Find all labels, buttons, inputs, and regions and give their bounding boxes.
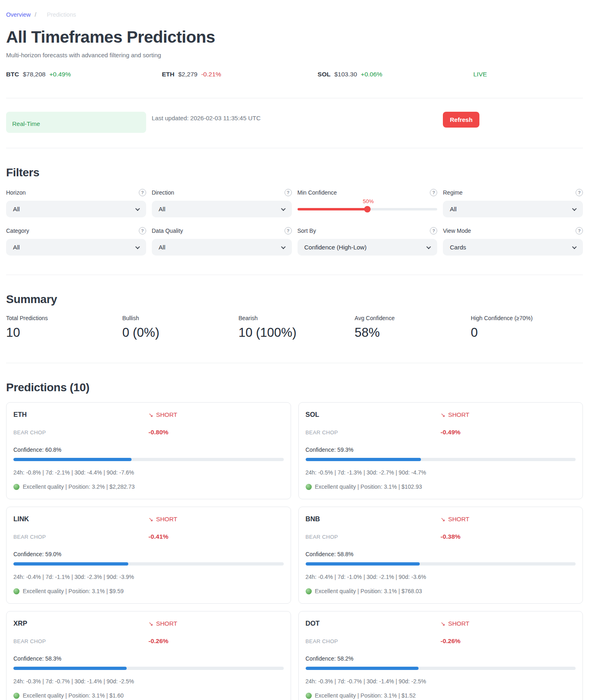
- help-icon[interactable]: ?: [285, 189, 292, 196]
- ticker-symbol: BTC: [6, 71, 19, 78]
- down-right-arrow-icon: ↘: [440, 412, 445, 418]
- page-title: All Timeframes Predictions: [6, 28, 583, 47]
- filter-horizon: Horizon ? All: [6, 189, 146, 217]
- stat-label: Bearish: [238, 315, 350, 321]
- confidence-label: Confidence: 58.3%: [13, 655, 284, 662]
- filter-data-quality: Data Quality ? All: [152, 227, 292, 256]
- divider: [6, 98, 583, 98]
- filter-label: Data Quality: [152, 228, 183, 234]
- min-confidence-slider[interactable]: 50%: [298, 201, 438, 217]
- help-icon[interactable]: ?: [430, 227, 437, 234]
- filter-sort-by: Sort By ? Confidence (High-Low): [298, 227, 438, 256]
- stat-bullish: Bullish 0 (0%): [122, 315, 234, 340]
- view-mode-select[interactable]: Cards: [443, 239, 583, 256]
- select-value: All: [13, 244, 20, 251]
- quality-row: Excellent quality | Position: 3.1% | $76…: [306, 588, 576, 594]
- direction-select[interactable]: All: [152, 201, 292, 217]
- ticker-price: $2,279: [178, 71, 197, 78]
- stat-value: 10: [6, 325, 118, 340]
- green-circle-icon: [306, 693, 312, 699]
- stat-label: Avg Confidence: [355, 315, 467, 321]
- direction-badge: ↘SHORT: [440, 620, 576, 627]
- chevron-down-icon: [281, 206, 285, 210]
- prediction-card-sol: SOL ↘SHORT BEAR CHOP -0.49% Confidence: …: [298, 402, 583, 499]
- select-value: Confidence (High-Low): [304, 244, 367, 251]
- stat-value: 0: [471, 325, 583, 340]
- confidence-label: Confidence: 58.8%: [306, 551, 576, 557]
- confidence-bar: [306, 667, 576, 670]
- ticker-sol: SOL $103.30 +0.06%: [317, 71, 473, 78]
- regime-label: BEAR CHOP: [13, 534, 149, 540]
- status-bar: Real-Time Last updated: 2026-02-03 11:35…: [6, 112, 583, 133]
- ticker-price: $103.30: [334, 71, 357, 78]
- filter-label: Regime: [443, 189, 462, 196]
- predictions-title: Predictions (10): [6, 381, 583, 394]
- prediction-card-bnb: BNB ↘SHORT BEAR CHOP -0.38% Confidence: …: [298, 507, 583, 604]
- predicted-change: -0.26%: [149, 637, 284, 645]
- direction-badge: ↘SHORT: [440, 516, 576, 522]
- help-icon[interactable]: ?: [139, 227, 146, 234]
- stat-label: High Confidence (≥70%): [471, 315, 583, 321]
- predicted-change: -0.41%: [149, 533, 284, 540]
- help-icon[interactable]: ?: [576, 189, 583, 196]
- stat-label: Bullish: [122, 315, 234, 321]
- chevron-down-icon: [281, 244, 285, 249]
- card-symbol: XRP: [13, 620, 149, 627]
- prediction-card-eth: ETH ↘SHORT BEAR CHOP -0.80% Confidence: …: [6, 402, 291, 499]
- category-select[interactable]: All: [6, 239, 146, 256]
- breadcrumb-current: Predictions: [47, 11, 76, 18]
- chevron-down-icon: [135, 206, 140, 210]
- slider-fill: 50%: [298, 208, 367, 210]
- direction-label: SHORT: [156, 411, 177, 418]
- chevron-down-icon: [135, 244, 140, 249]
- down-right-arrow-icon: ↘: [149, 412, 153, 418]
- filter-label: Category: [6, 228, 29, 234]
- refresh-button[interactable]: Refresh: [443, 112, 479, 128]
- realtime-badge: Real-Time: [6, 112, 146, 133]
- ticker-symbol: SOL: [317, 71, 330, 78]
- help-icon[interactable]: ?: [430, 189, 437, 196]
- confidence-bar-fill: [13, 667, 127, 670]
- green-circle-icon: [306, 484, 312, 490]
- quality-row: Excellent quality | Position: 3.1% | $1.…: [13, 692, 284, 699]
- green-circle-icon: [13, 693, 19, 699]
- direction-label: SHORT: [448, 620, 469, 627]
- prediction-card-dot: DOT ↘SHORT BEAR CHOP -0.26% Confidence: …: [298, 611, 583, 700]
- timeframe-returns: 24h: -0.5% | 7d: -1.3% | 30d: -2.7% | 90…: [306, 469, 576, 476]
- breadcrumb-overview-link[interactable]: Overview: [6, 11, 30, 18]
- green-circle-icon: [13, 484, 19, 490]
- quality-row: Excellent quality | Position: 3.1% | $9.…: [13, 588, 284, 594]
- slider-handle[interactable]: [364, 206, 371, 212]
- direction-badge: ↘SHORT: [440, 411, 576, 418]
- select-value: All: [159, 244, 166, 251]
- ticker-symbol: ETH: [162, 71, 175, 78]
- help-icon[interactable]: ?: [285, 227, 292, 234]
- down-right-arrow-icon: ↘: [440, 516, 445, 522]
- confidence-label: Confidence: 60.8%: [13, 446, 284, 453]
- breadcrumb: Overview / Predictions: [6, 11, 583, 18]
- help-icon[interactable]: ?: [576, 227, 583, 234]
- page-subtitle: Multi-horizon forecasts with advanced fi…: [6, 52, 583, 59]
- regime-label: BEAR CHOP: [13, 638, 149, 644]
- direction-label: SHORT: [156, 516, 177, 522]
- filter-min-confidence: Min Confidence ? 50%: [298, 189, 438, 217]
- divider: [6, 363, 583, 363]
- help-icon[interactable]: ?: [139, 189, 146, 196]
- stat-high-confidence: High Confidence (≥70%) 0: [471, 315, 583, 340]
- direction-label: SHORT: [448, 516, 469, 522]
- horizon-select[interactable]: All: [6, 201, 146, 217]
- sort-by-select[interactable]: Confidence (High-Low): [298, 239, 438, 256]
- select-value: All: [13, 206, 20, 212]
- stat-value: 10 (100%): [238, 325, 350, 340]
- card-symbol: ETH: [13, 411, 149, 418]
- quality-text: Excellent quality | Position: 3.2% | $2,…: [23, 483, 135, 490]
- prediction-card-xrp: XRP ↘SHORT BEAR CHOP -0.26% Confidence: …: [6, 611, 291, 700]
- data-quality-select[interactable]: All: [152, 239, 292, 256]
- confidence-bar-fill: [306, 667, 419, 670]
- filter-label: Sort By: [298, 228, 316, 234]
- slider-track[interactable]: 50%: [298, 208, 438, 210]
- price-ticker: BTC $78,208 +0.49% ETH $2,279 -0.21% SOL…: [6, 71, 583, 78]
- ticker-price: $78,208: [23, 71, 45, 78]
- down-right-arrow-icon: ↘: [440, 620, 445, 627]
- regime-select[interactable]: All: [443, 201, 583, 217]
